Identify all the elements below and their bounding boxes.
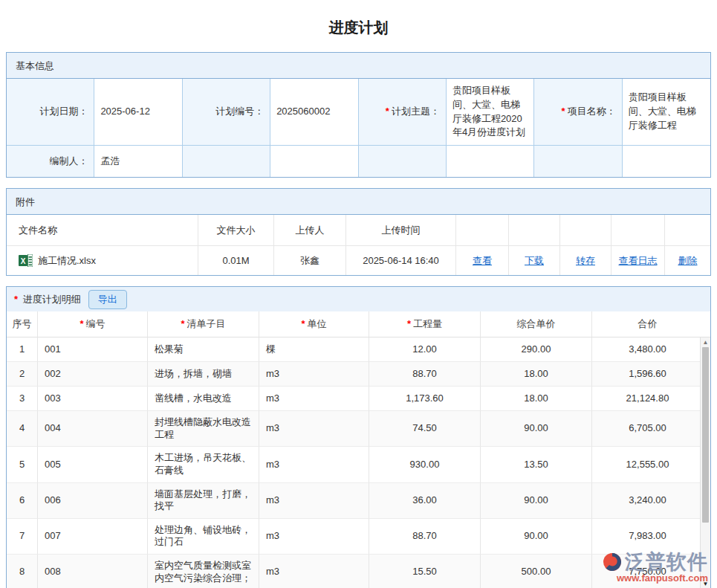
creator-value[interactable]: 孟浩 [94, 146, 182, 177]
file-size-header: 文件大小 [198, 215, 274, 246]
detail-section-title: 进度计划明细 [23, 294, 81, 305]
table-row[interactable]: 6 006 墙面基层处理，打磨，找平 m3 36.00 90.00 3,240.… [7, 483, 710, 519]
col-header-unit: * 单位 [259, 311, 369, 337]
file-name-header: 文件名称 [7, 215, 198, 246]
transfer-link[interactable]: 转存 [576, 254, 595, 268]
required-asterisk: * [14, 294, 18, 305]
col-header-qty: * 工程量 [369, 311, 481, 337]
plan-subject-label: * 计划主题： [359, 79, 447, 146]
attachment-file-name[interactable]: 施工情况.xlsx [38, 254, 96, 268]
plan-subject-value[interactable]: 贵阳项目样板间、大堂、电梯厅装修工程2020年4月份进度计划 [447, 79, 534, 146]
scroll-up-arrow[interactable]: ▲ [701, 339, 710, 346]
attachment-file-size: 0.01M [198, 246, 274, 275]
empty-label-cell [534, 146, 622, 177]
empty-value-cell [447, 146, 534, 177]
attachments-section-title: 附件 [7, 189, 710, 215]
svg-text:X: X [21, 257, 26, 265]
export-button[interactable]: 导出 [88, 290, 127, 309]
attachment-upload-time: 2025-06-14 16:40 [346, 246, 456, 275]
basic-info-row-1: 计划日期： 2025-06-12 计划编号： 2025060002 * 计划主题… [7, 79, 710, 146]
table-row[interactable]: 1 001 松果菊 棵 12.00 290.00 3,480.00 [7, 337, 710, 362]
project-name-value[interactable]: 贵阳项目样板间、大堂、电梯厅装修工程 [623, 79, 710, 146]
plan-number-value[interactable]: 2025060002 [270, 79, 358, 146]
scrollbar-thumb[interactable] [702, 347, 709, 523]
table-row[interactable]: 8 008 室内空气质量检测或室内空气污染综合治理； m3 15.50 500.… [7, 555, 710, 588]
view-link[interactable]: 查看 [473, 254, 492, 268]
empty-value-cell [270, 146, 358, 177]
col-header-item: * 清单子目 [148, 311, 259, 337]
delete-link[interactable]: 删除 [678, 254, 698, 268]
plan-number-label: 计划编号： [183, 79, 270, 146]
table-row[interactable]: 2 002 进场，拆墙，砌墙 m3 88.70 18.00 1,596.60 [7, 362, 710, 387]
table-row[interactable]: 5 005 木工进场，吊天花板、石膏线 m3 930.00 13.50 12,5… [7, 447, 710, 482]
detail-header-row: 序号 * 编号 * 清单子目 * 单位 * 工程量 综合单价 合价 [7, 311, 710, 337]
col-header-seq: 序号 [7, 311, 38, 337]
basic-info-panel: 基本信息 计划日期： 2025-06-12 计划编号： 2025060002 *… [6, 52, 711, 178]
empty-header-cell [665, 215, 710, 246]
col-header-code: * 编号 [38, 311, 148, 337]
detail-table-body: 1 001 松果菊 棵 12.00 290.00 3,480.00 2 002 … [7, 337, 710, 588]
vertical-scrollbar[interactable]: ▲ ▼ [700, 337, 710, 588]
required-asterisk: * [562, 105, 565, 119]
upload-time-header: 上传时间 [346, 215, 456, 246]
detail-section-bar: * 进度计划明细 导出 [7, 287, 710, 311]
empty-header-cell [611, 215, 665, 246]
page-title: 进度计划 [0, 0, 717, 52]
empty-header-cell [509, 215, 560, 246]
empty-label-cell [359, 146, 447, 177]
excel-file-icon: X [19, 254, 33, 267]
detail-panel: * 进度计划明细 导出 序号 * 编号 * 清单子目 * 单位 * 工程量 综合… [6, 286, 711, 588]
uploader-header: 上传人 [274, 215, 346, 246]
plan-date-label: 计划日期： [7, 79, 94, 146]
plan-date-value[interactable]: 2025-06-12 [94, 79, 182, 146]
basic-info-section-title: 基本信息 [7, 53, 710, 79]
empty-header-cell [560, 215, 611, 246]
col-header-price: 综合单价 [481, 311, 592, 337]
attachments-panel: 附件 文件名称 文件大小 上传人 上传时间 X 施工情况.xlsx [6, 188, 711, 276]
col-header-total: 合价 [592, 311, 710, 337]
basic-info-row-2: 编制人： 孟浩 [7, 146, 710, 177]
attachment-file-cell: X 施工情况.xlsx [7, 246, 198, 275]
download-link[interactable]: 下载 [525, 254, 544, 268]
table-row[interactable]: 4 004 封埋线槽隐蔽水电改造工程 m3 74.50 90.00 6,705.… [7, 411, 710, 447]
attachments-header-row: 文件名称 文件大小 上传人 上传时间 [7, 215, 710, 246]
scroll-down-arrow[interactable]: ▼ [701, 581, 710, 588]
table-row[interactable]: 3 003 凿线槽，水电改造 m3 1,173.60 18.00 21,124.… [7, 387, 710, 411]
required-asterisk: * [386, 105, 389, 119]
table-row[interactable]: 7 007 处理边角、铺设地砖，过门石 m3 88.70 90.00 7,983… [7, 519, 710, 555]
project-name-label: * 项目名称： [534, 79, 622, 146]
attachment-uploader: 张鑫 [274, 246, 346, 275]
empty-label-cell [183, 146, 270, 177]
view-log-link[interactable]: 查看日志 [619, 254, 658, 268]
empty-value-cell [623, 146, 710, 177]
empty-header-cell [456, 215, 509, 246]
attachment-row: X 施工情况.xlsx 0.01M 张鑫 2025-06-14 16:40 查看… [7, 246, 710, 275]
creator-label: 编制人： [7, 146, 94, 177]
